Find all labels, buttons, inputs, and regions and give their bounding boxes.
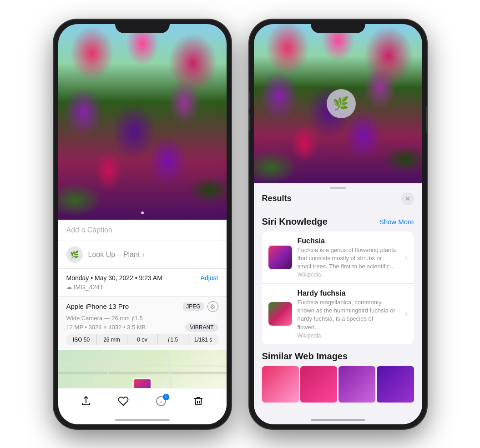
close-button[interactable]: ✕ (401, 192, 414, 205)
lookup-row[interactable]: Look Up – Plant › (58, 241, 227, 269)
badge-row: JPEG ⚙ (183, 301, 218, 312)
hardy-content: Hardy fuchsia Fuchsia magellanica, commo… (298, 289, 397, 339)
power-button[interactable] (231, 106, 231, 133)
power-button-right[interactable] (426, 106, 427, 133)
adjust-button[interactable]: Adjust (201, 274, 218, 282)
hardy-title: Hardy fuchsia (298, 289, 397, 297)
lookup-label: Look Up – Plant › (88, 251, 145, 259)
results-panel: Results ✕ Siri Knowledge Show More Fuchs… (254, 183, 422, 403)
similar-title: Similar Web Images (262, 351, 414, 362)
photo-area[interactable] (58, 24, 227, 220)
siri-bubble: 🌿 (327, 89, 356, 118)
meta-date-row: Monday • May 30, 2022 • 9:23 AM Adjust (66, 274, 218, 282)
meta-date: Monday • May 30, 2022 • 9:23 AM (66, 274, 162, 282)
fuchsia-title: Fuchsia (298, 237, 397, 245)
right-photo-area: 🌿 (254, 24, 422, 183)
vibrant-badge: VIBRANT (185, 323, 218, 332)
share-button[interactable] (81, 396, 91, 409)
info-badge: i (163, 394, 169, 400)
hardy-thumbnail (268, 302, 292, 326)
web-image-2[interactable] (300, 366, 337, 403)
vol-up-button-right[interactable] (249, 92, 250, 109)
web-image-3[interactable] (339, 366, 375, 403)
show-more-button[interactable]: Show More (379, 218, 414, 226)
megapixels: 12 MP (66, 324, 83, 331)
exif-iso: ISO 50 (66, 334, 97, 345)
right-phone: 🌿 Results ✕ Siri Knowledge Show More (249, 20, 427, 429)
fuchsia-thumbnail (268, 246, 292, 269)
fuchsia-desc: Fuchsia is a genus of flowering plants t… (298, 246, 397, 271)
camera-specs: Wide Camera — 26 mm ƒ1.5 (66, 315, 218, 322)
lookup-icon-wrap (66, 247, 83, 263)
device-section: Apple iPhone 13 Pro JPEG ⚙ Wide Camera —… (58, 297, 227, 350)
page-dots (141, 211, 144, 214)
right-phone-screen: 🌿 Results ✕ Siri Knowledge Show More (254, 24, 422, 424)
filename-label: IMG_4241 (74, 283, 103, 291)
info-panel: Add a Caption Look Up – Plant › Monday •… (58, 220, 227, 396)
dot-1 (141, 211, 144, 214)
fuchsia-thumb-img (268, 246, 292, 269)
web-images-grid (262, 366, 414, 403)
gear-icon[interactable]: ⚙ (207, 301, 218, 312)
fuchsia-item[interactable]: Fuchsia Fuchsia is a genus of flowering … (262, 232, 414, 284)
exif-row: ISO 50 26 mm 0 ev ƒ1.5 1/181 s (66, 334, 218, 345)
exif-shutter: 1/181 s (188, 334, 218, 345)
lookup-subject: Plant (121, 251, 140, 258)
cloud-icon: ☁ (66, 284, 72, 290)
exif-ev: 0 ev (127, 334, 158, 345)
info-button[interactable]: i (156, 396, 167, 409)
drag-handle[interactable] (330, 187, 346, 189)
meta-filename: ☁ IMG_4241 (66, 283, 218, 291)
results-title: Results (262, 194, 292, 203)
web-image-1[interactable] (262, 366, 299, 403)
format-badge: JPEG (183, 302, 203, 311)
fuchsia-chevron-icon: › (405, 253, 407, 262)
trash-button[interactable] (193, 396, 204, 409)
flower-image (58, 24, 227, 220)
leaf-icon (70, 250, 79, 259)
device-row: Apple iPhone 13 Pro JPEG ⚙ (66, 301, 218, 312)
resolution: 3024 × 4032 (89, 324, 122, 331)
knowledge-section: Siri Knowledge Show More Fuchsia Fuchsia… (254, 210, 422, 344)
left-phone-screen: Add a Caption Look Up – Plant › Monday •… (58, 24, 227, 424)
hardy-source: Wikipedia (298, 332, 397, 339)
caption-area[interactable]: Add a Caption (58, 220, 227, 241)
hardy-thumb-img (268, 302, 292, 326)
exif-focal: 26 mm (97, 334, 127, 345)
left-phone: Add a Caption Look Up – Plant › Monday •… (54, 20, 231, 429)
caption-placeholder[interactable]: Add a Caption (66, 226, 112, 234)
filesize: 3.5 MB (127, 324, 146, 331)
leaf-siri-icon: 🌿 (333, 96, 349, 111)
hardy-fuchsia-item[interactable]: Hardy fuchsia Fuchsia magellanica, commo… (262, 284, 414, 344)
chevron-right-icon: › (141, 251, 145, 258)
lookup-label-bold: Look Up – (88, 251, 121, 258)
siri-knowledge-title: Siri Knowledge (262, 216, 328, 227)
web-image-4[interactable] (377, 366, 414, 403)
knowledge-card: Fuchsia Fuchsia is a genus of flowering … (262, 232, 414, 344)
hardy-desc: Fuchsia magellanica, commonly known as t… (298, 298, 397, 332)
vol-down-button-right[interactable] (249, 114, 250, 131)
dims-row: 12 MP • 3024 × 4032 • 3.5 MB VIBRANT (66, 323, 218, 332)
home-indicator (115, 419, 170, 421)
device-name: Apple iPhone 13 Pro (66, 302, 129, 310)
dims-text: 12 MP • 3024 × 4032 • 3.5 MB (66, 324, 146, 331)
hardy-chevron-icon: › (405, 310, 407, 318)
meta-section: Monday • May 30, 2022 • 9:23 AM Adjust ☁… (58, 269, 227, 297)
web-images-section: Similar Web Images (254, 345, 422, 403)
fuchsia-content: Fuchsia Fuchsia is a genus of flowering … (298, 237, 397, 278)
fuchsia-source: Wikipedia (298, 272, 397, 278)
heart-button[interactable] (118, 396, 129, 409)
section-header: Siri Knowledge Show More (262, 216, 414, 227)
home-indicator-right (311, 419, 365, 421)
vol-up-button[interactable] (54, 92, 54, 109)
svg-line-1 (58, 364, 227, 366)
exif-aperture: ƒ1.5 (158, 334, 188, 345)
vol-down-button[interactable] (54, 114, 54, 131)
